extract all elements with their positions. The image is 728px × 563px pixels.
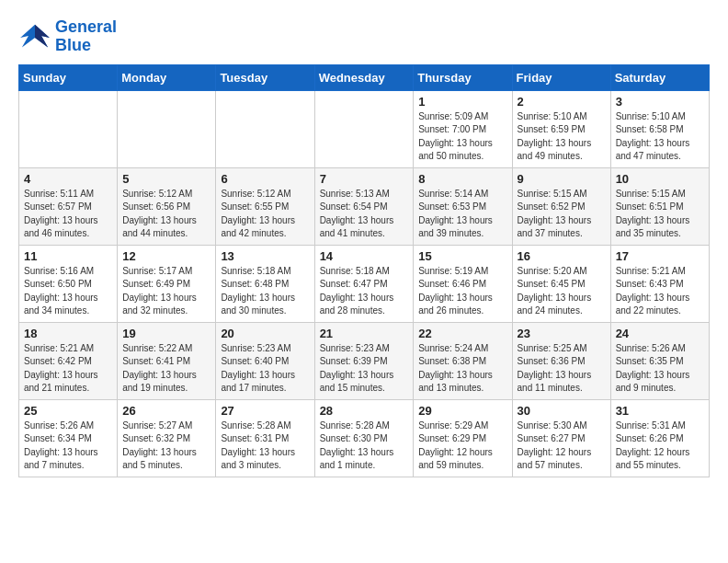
day-number: 12 — [122, 249, 210, 263]
day-number: 24 — [616, 327, 704, 340]
day-info: Sunrise: 5:25 AM Sunset: 6:36 PM Dayligh… — [518, 342, 606, 396]
day-number: 15 — [418, 249, 506, 263]
calendar-cell — [314, 90, 414, 167]
calendar-week-4: 18Sunrise: 5:21 AM Sunset: 6:42 PM Dayli… — [19, 322, 710, 399]
day-number: 3 — [616, 95, 704, 109]
calendar-cell — [19, 90, 118, 167]
day-info: Sunrise: 5:14 AM Sunset: 6:53 PM Dayligh… — [418, 188, 506, 241]
day-info: Sunrise: 5:28 AM Sunset: 6:31 PM Dayligh… — [221, 419, 309, 473]
day-number: 13 — [221, 249, 309, 263]
calendar-cell: 31Sunrise: 5:31 AM Sunset: 6:26 PM Dayli… — [610, 399, 709, 477]
calendar-week-2: 4Sunrise: 5:11 AM Sunset: 6:57 PM Daylig… — [19, 167, 710, 245]
day-number: 22 — [418, 327, 506, 340]
calendar-cell: 9Sunrise: 5:15 AM Sunset: 6:52 PM Daylig… — [512, 167, 610, 245]
calendar-cell: 10Sunrise: 5:15 AM Sunset: 6:51 PM Dayli… — [610, 167, 709, 245]
calendar-cell: 27Sunrise: 5:28 AM Sunset: 6:31 PM Dayli… — [216, 399, 314, 477]
day-number: 19 — [122, 327, 210, 340]
day-info: Sunrise: 5:27 AM Sunset: 6:32 PM Dayligh… — [122, 419, 210, 473]
day-number: 20 — [221, 327, 309, 340]
day-info: Sunrise: 5:24 AM Sunset: 6:38 PM Dayligh… — [418, 342, 506, 396]
calendar-cell: 13Sunrise: 5:18 AM Sunset: 6:48 PM Dayli… — [216, 245, 314, 322]
calendar-header-monday: Monday — [118, 64, 216, 90]
day-number: 1 — [418, 95, 506, 109]
calendar-body: 1Sunrise: 5:09 AM Sunset: 7:00 PM Daylig… — [19, 90, 710, 477]
calendar-table: SundayMondayTuesdayWednesdayThursdayFrid… — [18, 64, 710, 477]
calendar-cell: 16Sunrise: 5:20 AM Sunset: 6:45 PM Dayli… — [512, 245, 610, 322]
calendar-header-tuesday: Tuesday — [216, 64, 314, 90]
day-info: Sunrise: 5:30 AM Sunset: 6:27 PM Dayligh… — [518, 419, 606, 473]
calendar-header: SundayMondayTuesdayWednesdayThursdayFrid… — [19, 64, 710, 90]
calendar-cell: 26Sunrise: 5:27 AM Sunset: 6:32 PM Dayli… — [118, 399, 216, 477]
day-number: 8 — [418, 172, 506, 186]
day-info: Sunrise: 5:09 AM Sunset: 7:00 PM Dayligh… — [418, 110, 506, 164]
logo-line1: General — [55, 18, 117, 37]
day-number: 10 — [616, 172, 704, 186]
calendar-cell: 14Sunrise: 5:18 AM Sunset: 6:47 PM Dayli… — [314, 245, 414, 322]
calendar-cell: 23Sunrise: 5:25 AM Sunset: 6:36 PM Dayli… — [512, 322, 610, 399]
calendar-cell — [216, 90, 314, 167]
day-info: Sunrise: 5:10 AM Sunset: 6:59 PM Dayligh… — [518, 110, 606, 164]
day-number: 28 — [320, 404, 409, 418]
day-number: 2 — [518, 95, 606, 109]
day-number: 6 — [221, 172, 309, 186]
day-info: Sunrise: 5:28 AM Sunset: 6:30 PM Dayligh… — [320, 419, 409, 473]
day-info: Sunrise: 5:12 AM Sunset: 6:55 PM Dayligh… — [221, 188, 309, 241]
calendar-cell: 15Sunrise: 5:19 AM Sunset: 6:46 PM Dayli… — [414, 245, 512, 322]
calendar-week-5: 25Sunrise: 5:26 AM Sunset: 6:34 PM Dayli… — [19, 399, 710, 477]
day-info: Sunrise: 5:21 AM Sunset: 6:43 PM Dayligh… — [616, 265, 704, 318]
day-info: Sunrise: 5:18 AM Sunset: 6:48 PM Dayligh… — [221, 265, 309, 318]
calendar-cell: 30Sunrise: 5:30 AM Sunset: 6:27 PM Dayli… — [512, 399, 610, 477]
calendar-cell: 12Sunrise: 5:17 AM Sunset: 6:49 PM Dayli… — [118, 245, 216, 322]
day-info: Sunrise: 5:15 AM Sunset: 6:52 PM Dayligh… — [518, 188, 606, 241]
calendar-cell: 22Sunrise: 5:24 AM Sunset: 6:38 PM Dayli… — [414, 322, 512, 399]
day-info: Sunrise: 5:26 AM Sunset: 6:34 PM Dayligh… — [24, 419, 112, 473]
calendar-header-friday: Friday — [512, 64, 610, 90]
day-info: Sunrise: 5:26 AM Sunset: 6:35 PM Dayligh… — [616, 342, 704, 396]
svg-marker-1 — [35, 25, 50, 48]
day-info: Sunrise: 5:16 AM Sunset: 6:50 PM Dayligh… — [24, 265, 112, 318]
calendar-header-saturday: Saturday — [610, 64, 709, 90]
day-number: 18 — [24, 327, 112, 340]
day-number: 7 — [320, 172, 409, 186]
day-number: 27 — [221, 404, 309, 418]
logo: General Blue — [18, 18, 117, 55]
day-number: 11 — [24, 249, 112, 263]
calendar-cell: 20Sunrise: 5:23 AM Sunset: 6:40 PM Dayli… — [216, 322, 314, 399]
day-info: Sunrise: 5:19 AM Sunset: 6:46 PM Dayligh… — [418, 265, 506, 318]
calendar-cell: 11Sunrise: 5:16 AM Sunset: 6:50 PM Dayli… — [19, 245, 118, 322]
day-info: Sunrise: 5:20 AM Sunset: 6:45 PM Dayligh… — [518, 265, 606, 318]
calendar-cell: 17Sunrise: 5:21 AM Sunset: 6:43 PM Dayli… — [610, 245, 709, 322]
day-number: 17 — [616, 249, 704, 263]
day-info: Sunrise: 5:18 AM Sunset: 6:47 PM Dayligh… — [320, 265, 409, 318]
day-number: 21 — [320, 327, 409, 340]
day-number: 5 — [122, 172, 210, 186]
day-number: 16 — [518, 249, 606, 263]
calendar-cell: 24Sunrise: 5:26 AM Sunset: 6:35 PM Dayli… — [610, 322, 709, 399]
calendar-cell: 5Sunrise: 5:12 AM Sunset: 6:56 PM Daylig… — [118, 167, 216, 245]
day-number: 9 — [518, 172, 606, 186]
calendar-cell — [118, 90, 216, 167]
day-number: 4 — [24, 172, 112, 186]
day-info: Sunrise: 5:23 AM Sunset: 6:39 PM Dayligh… — [320, 342, 409, 396]
day-info: Sunrise: 5:10 AM Sunset: 6:58 PM Dayligh… — [616, 110, 704, 164]
day-number: 26 — [122, 404, 210, 418]
day-info: Sunrise: 5:31 AM Sunset: 6:26 PM Dayligh… — [616, 419, 704, 473]
day-info: Sunrise: 5:12 AM Sunset: 6:56 PM Dayligh… — [122, 188, 210, 241]
calendar-header-wednesday: Wednesday — [314, 64, 414, 90]
calendar-cell: 7Sunrise: 5:13 AM Sunset: 6:54 PM Daylig… — [314, 167, 414, 245]
calendar-cell: 3Sunrise: 5:10 AM Sunset: 6:58 PM Daylig… — [610, 90, 709, 167]
calendar-cell: 6Sunrise: 5:12 AM Sunset: 6:55 PM Daylig… — [216, 167, 314, 245]
day-info: Sunrise: 5:23 AM Sunset: 6:40 PM Dayligh… — [221, 342, 309, 396]
day-number: 29 — [418, 404, 506, 418]
calendar-cell: 25Sunrise: 5:26 AM Sunset: 6:34 PM Dayli… — [19, 399, 118, 477]
day-number: 23 — [518, 327, 606, 340]
calendar-cell: 21Sunrise: 5:23 AM Sunset: 6:39 PM Dayli… — [314, 322, 414, 399]
day-info: Sunrise: 5:22 AM Sunset: 6:41 PM Dayligh… — [122, 342, 210, 396]
calendar-cell: 8Sunrise: 5:14 AM Sunset: 6:53 PM Daylig… — [414, 167, 512, 245]
calendar-header-thursday: Thursday — [414, 64, 512, 90]
day-info: Sunrise: 5:21 AM Sunset: 6:42 PM Dayligh… — [24, 342, 112, 396]
calendar-week-3: 11Sunrise: 5:16 AM Sunset: 6:50 PM Dayli… — [19, 245, 710, 322]
logo-line2: Blue — [55, 37, 117, 55]
day-info: Sunrise: 5:17 AM Sunset: 6:49 PM Dayligh… — [122, 265, 210, 318]
calendar-cell: 18Sunrise: 5:21 AM Sunset: 6:42 PM Dayli… — [19, 322, 118, 399]
